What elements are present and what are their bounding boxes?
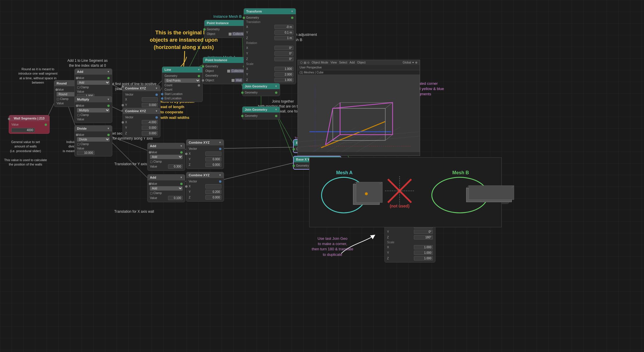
jg1-geo-label: Geometry (245, 91, 258, 94)
combine-xyz-2-node[interactable]: Combine XYZ ▼ Vector X Y Z (123, 108, 160, 138)
mesh-b-svg (461, 177, 517, 213)
line-geo-label: Geometry (164, 74, 177, 78)
viewport-select[interactable]: Select (339, 61, 347, 64)
add-mode-select[interactable]: Add (77, 80, 110, 85)
cxyz4-x-label: X (189, 185, 191, 188)
cxyz1-x-input[interactable] (142, 97, 158, 102)
tr-top-z-input[interactable]: 1 m (274, 36, 293, 40)
tr-top-sz-input[interactable] (274, 78, 293, 82)
svg-line-36 (342, 127, 385, 152)
combine-xyz-4-node[interactable]: Combine XYZ ▼ Vector X Y Z (186, 172, 224, 202)
viewport-scene[interactable] (298, 75, 420, 152)
dw-sx-input[interactable] (414, 245, 433, 249)
point-instance-b-node[interactable]: Point Instance ▼ Geometry Object Collect… (204, 20, 249, 38)
round-value-out-label: Value (57, 102, 64, 105)
cxyz2-z-input[interactable] (142, 131, 158, 135)
multiply-mode-select[interactable]: Multiply (77, 108, 110, 112)
add-x-val-input[interactable]: 0.100 (168, 196, 183, 200)
div-value-input[interactable]: 10.000 (77, 151, 94, 155)
not-used-label: (not used) (385, 204, 414, 208)
add-in-socket (76, 77, 78, 79)
tr-top-x-input[interactable]: -0 m (274, 25, 293, 29)
add-top-node[interactable]: Add ▼ Value Add ▢ Clamp Value 1.000 (74, 68, 112, 100)
pi-a-obj-icon (227, 70, 230, 73)
tr-top-geo-in-label: Geometry (246, 16, 259, 19)
cxyz4-y-input[interactable] (205, 190, 221, 194)
dw-sy-input[interactable] (414, 251, 433, 255)
cxyz3-x-input[interactable] (205, 152, 221, 156)
bx-geo-in (293, 165, 295, 167)
add-y-node[interactable]: Add ▼ Value Add ▢ Clamp Value 0.300 (147, 143, 185, 171)
add-y-val-input[interactable]: 0.300 (168, 164, 183, 169)
add-x-node[interactable]: Add ▼ Value Add ▢ Clamp Value 0.100 (147, 174, 185, 202)
cxyz4-x-input[interactable] (205, 184, 221, 189)
add-value-out-label: Value (77, 90, 84, 93)
pi-b-geo-in-label: Geometry (207, 28, 220, 31)
cxyz3-header: Combine XYZ ▼ (186, 140, 224, 145)
svg-line-63 (466, 186, 469, 188)
cxyz3-y-input[interactable] (205, 157, 221, 161)
pi-a-geo-in-label: Geometry (205, 65, 218, 68)
join-geometry-2-node[interactable]: Join Geometry ▼ Geometry (242, 106, 280, 119)
pi-a-header: Point Instance ▼ (203, 57, 248, 63)
tr-top-rx-input[interactable] (274, 46, 293, 50)
add-y-mode-select[interactable]: Add (150, 155, 183, 159)
dw-ry-input[interactable] (414, 230, 433, 234)
cxyz4-z-input[interactable] (205, 195, 221, 200)
viewport-add[interactable]: Add (350, 61, 355, 64)
not-used-container: (not used) (385, 176, 414, 208)
join-geometry-1-node[interactable]: Join Geometry ▼ Geometry (242, 83, 280, 96)
tr-top-sy-label: Y (246, 73, 252, 76)
mesh-a-container: Mesh A (321, 170, 368, 215)
add-x-in-socket (149, 183, 151, 185)
wall-segments-node[interactable]: Wall Segments | 213 Value 4000 (9, 115, 50, 134)
cxyz2-vector-label: Vector (125, 116, 133, 119)
add-x-clamp-label: ▢ Clamp (150, 191, 162, 195)
pi-a-geo2-label: Geometry (205, 74, 218, 77)
wall-seg-value-label: Value (11, 123, 19, 126)
tr-top-rz-input[interactable] (274, 57, 293, 61)
cxyz3-z-input[interactable] (205, 163, 221, 167)
line-mode-select[interactable]: End Points (164, 78, 200, 83)
multiply-node[interactable]: Multiply ▼ Value Multiply ▢ Clamp Value (74, 96, 112, 123)
3d-viewport[interactable]: ⬡ ▤ ⊙ Object Mode View Select Add Object… (298, 60, 420, 156)
viewport-object[interactable]: Object (357, 61, 365, 64)
mesh-preview-area: Mesh A (not used) M (309, 157, 502, 227)
tr-top-sy-input[interactable] (274, 72, 293, 77)
transform-top-node[interactable]: Transform ▼ Geometry Translation X -0 m … (244, 8, 296, 84)
jg1-in-socket (241, 91, 244, 94)
add-x-mode-select[interactable]: Add (150, 186, 183, 191)
divide-mode-select[interactable]: Divide (77, 137, 110, 142)
cxyz2-out-socket (155, 116, 158, 119)
cxyz3-x-socket (185, 153, 188, 155)
add-top-title: Add (77, 70, 83, 73)
viewport-view[interactable]: View (330, 61, 337, 64)
line-end-socket (161, 97, 163, 100)
dw-rz-input[interactable] (414, 235, 433, 240)
dw-sz-input[interactable] (414, 256, 433, 261)
line-node[interactable]: Line ▼ Geometry End Points Count Count S… (162, 66, 203, 102)
pi-b-obj-label: Object (207, 32, 215, 36)
wall-seg-input[interactable]: 4000 (11, 128, 35, 132)
cxyz2-y-input[interactable] (142, 126, 158, 130)
cxyz1-y-input[interactable] (142, 103, 158, 107)
round-title: Round (57, 82, 67, 85)
line-header: Line ▼ (162, 67, 202, 73)
transform-top-title: Transform (246, 10, 262, 13)
tr-top-rotation-label: Rotation (246, 41, 257, 45)
tr-top-sx-input[interactable] (274, 67, 293, 71)
cxyz2-x-input[interactable] (142, 120, 158, 124)
multiply-header: Multiply ▼ (75, 96, 112, 102)
cxyz1-x-socket (122, 85, 124, 88)
tr-top-ry-input[interactable] (274, 51, 293, 56)
tr-top-z-label: Z (246, 36, 252, 40)
add-y-clamp-label: ▢ Clamp (150, 160, 162, 163)
tr-top-y-input[interactable]: 0.1 m (274, 30, 293, 35)
add-x-out-socket (180, 183, 183, 185)
divide-node[interactable]: Divide ▼ Value Divide ▢ Clamp Value 10.0… (74, 125, 112, 156)
svg-line-39 (298, 136, 420, 147)
combine-xyz-3-node[interactable]: Combine XYZ ▼ Vector X Y Z (186, 139, 224, 169)
point-instance-a-node[interactable]: Point Instance ▼ Geometry Object Collect… (203, 57, 248, 84)
tr-top-rx-label: X (246, 46, 252, 50)
div-out-socket (107, 134, 110, 136)
